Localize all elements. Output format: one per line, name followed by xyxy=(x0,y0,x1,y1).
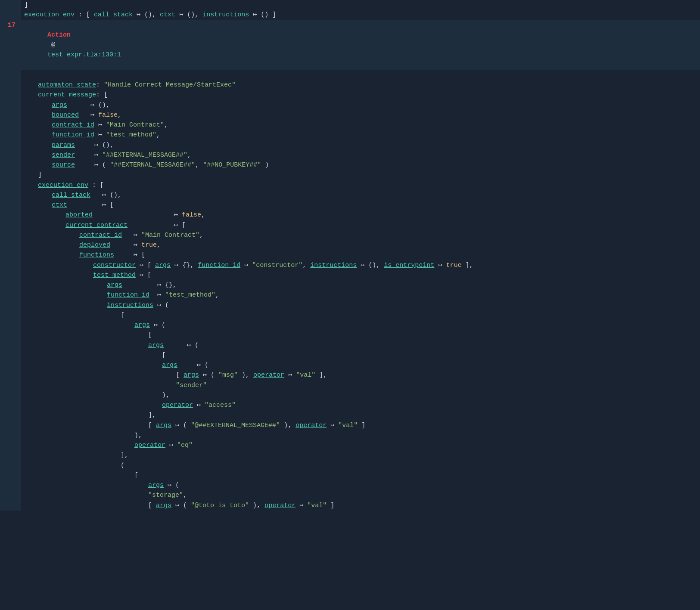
code-line: constructor ↦ [ args ↦ {}, function_id ↦… xyxy=(0,260,700,270)
line-number xyxy=(0,310,21,320)
line-number xyxy=(0,320,21,330)
code-line: args ↦ {}, xyxy=(0,280,700,290)
code-line: execution_env : [ xyxy=(0,180,700,190)
line-number xyxy=(0,490,21,500)
line-number xyxy=(0,210,21,220)
code-line: ] xyxy=(0,0,700,10)
line-number xyxy=(0,410,21,420)
line-number xyxy=(0,190,21,200)
line-number xyxy=(0,0,21,10)
line-content: args ↦ ( xyxy=(21,480,697,490)
code-editor: ] execution_env : [ call_stack ↦ (), ctx… xyxy=(0,0,700,511)
line-content: [ args ↦ ( "@##EXTERNAL_MESSAGE##" ), op… xyxy=(21,421,697,430)
code-line: "sender" xyxy=(0,381,700,390)
code-line: operator ↦ "access" xyxy=(0,400,700,410)
code-line: [ args ↦ ( "msg" ), operator ↦ "val" ], xyxy=(0,370,700,380)
code-line: ], xyxy=(0,450,700,460)
line-number: 17 xyxy=(0,20,21,30)
line-content: source ↦ ( "##EXTERNAL_MESSAGE##", "##NO… xyxy=(21,160,697,170)
line-content: execution_env : [ call_stack ↦ (), ctxt … xyxy=(21,10,697,20)
line-content: ] xyxy=(21,0,697,10)
code-line: automaton_state: "Handle Correct Message… xyxy=(0,80,700,90)
line-content: operator ↦ "eq" xyxy=(21,440,697,450)
line-number xyxy=(0,421,21,430)
code-line: functions ↦ [ xyxy=(0,250,700,260)
line-content: function_id ↦ "test_method", xyxy=(21,130,697,140)
code-line: params ↦ (), xyxy=(0,140,700,150)
file-link[interactable]: test_expr.tla:130:1 xyxy=(47,51,121,59)
code-line: function_id ↦ "test_method", xyxy=(0,130,700,140)
code-line: args ↦ ( xyxy=(0,360,700,370)
code-line: operator ↦ "eq" xyxy=(0,440,700,450)
line-content: ], xyxy=(21,450,697,460)
code-line: ), xyxy=(0,390,700,400)
line-number xyxy=(0,300,21,310)
code-line: [ args ↦ ( "@##EXTERNAL_MESSAGE##" ), op… xyxy=(0,421,700,430)
line-number xyxy=(0,400,21,410)
line-number xyxy=(0,390,21,400)
line-number xyxy=(0,350,21,360)
code-line: ), xyxy=(0,430,700,440)
line-number xyxy=(0,150,21,160)
code-line: ( xyxy=(0,461,700,471)
line-number xyxy=(0,341,21,350)
line-number xyxy=(0,70,21,80)
line-content: args ↦ ( xyxy=(21,320,697,330)
line-number xyxy=(0,220,21,230)
line-content: "sender" xyxy=(21,381,697,390)
line-content: aborted ↦ false, xyxy=(21,210,697,220)
code-line: source ↦ ( "##EXTERNAL_MESSAGE##", "##NO… xyxy=(0,160,700,170)
code-line: [ xyxy=(0,330,700,340)
line-number xyxy=(0,160,21,170)
code-line xyxy=(0,70,700,80)
line-content: current_contract ↦ [ xyxy=(21,220,697,230)
line-content: "storage", xyxy=(21,490,697,500)
line-content: ] xyxy=(21,170,697,180)
code-line: ], xyxy=(0,410,700,420)
line-content: current_message: [ xyxy=(21,90,697,100)
action-line: 17 Action @ test_expr.tla:130:1 xyxy=(0,20,700,70)
line-content: contract_id ↦ "Main Contract", xyxy=(21,120,697,130)
line-content: constructor ↦ [ args ↦ {}, function_id ↦… xyxy=(21,260,697,270)
line-number xyxy=(0,90,21,100)
line-content: args ↦ {}, xyxy=(21,280,697,290)
line-content xyxy=(21,70,697,80)
line-number xyxy=(0,330,21,340)
line-number xyxy=(0,110,21,120)
line-content: function_id ↦ "test_method", xyxy=(21,290,697,300)
line-content: instructions ↦ ( xyxy=(21,300,697,310)
line-number xyxy=(0,170,21,180)
line-content: sender ↦ "##EXTERNAL_MESSAGE##", xyxy=(21,150,697,160)
line-number xyxy=(0,430,21,440)
code-line: deployed ↦ true, xyxy=(0,240,700,250)
line-number xyxy=(0,130,21,140)
code-line: instructions ↦ ( xyxy=(0,300,700,310)
line-number xyxy=(0,260,21,270)
line-number xyxy=(0,140,21,150)
line-number xyxy=(0,80,21,90)
line-content: deployed ↦ true, xyxy=(21,240,697,250)
code-line: args ↦ ( xyxy=(0,341,700,350)
line-content: args ↦ ( xyxy=(21,341,697,350)
line-content: args ↦ ( xyxy=(21,360,697,370)
line-number xyxy=(0,290,21,300)
line-content: contract_id ↦ "Main Contract", xyxy=(21,230,697,240)
code-line: bounced ↦ false, xyxy=(0,110,700,120)
line-number xyxy=(0,440,21,450)
code-line: contract_id ↦ "Main Contract", xyxy=(0,230,700,240)
line-content: ), xyxy=(21,430,697,440)
line-content: [ xyxy=(21,350,697,360)
line-content: [ xyxy=(21,330,697,340)
code-line: aborted ↦ false, xyxy=(0,210,700,220)
line-number xyxy=(0,120,21,130)
line-number xyxy=(0,480,21,490)
line-number xyxy=(0,100,21,110)
line-content: execution_env : [ xyxy=(21,180,697,190)
line-number xyxy=(0,450,21,460)
code-line: args ↦ (), xyxy=(0,100,700,110)
line-number xyxy=(0,501,21,511)
line-number xyxy=(0,180,21,190)
line-number xyxy=(0,381,21,390)
action-label: Action xyxy=(47,31,71,39)
code-line: [ xyxy=(0,471,700,480)
